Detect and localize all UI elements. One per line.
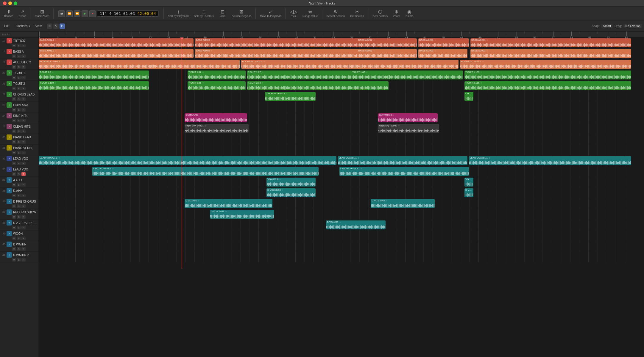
- solo-button[interactable]: S: [17, 54, 21, 58]
- clip[interactable]: ACOUSTIC 2#02.2○: [39, 60, 240, 69]
- solo-button[interactable]: S: [17, 97, 21, 101]
- track-row-33[interactable]: LEAD VOX#03.7○LEAD VOX#03.17○: [39, 166, 644, 177]
- play-button[interactable]: ▶: [82, 10, 88, 17]
- solo-button[interactable]: S: [17, 87, 21, 90]
- clip[interactable]: T.GUIT 1.167○: [464, 71, 631, 79]
- minimize-button[interactable]: [8, 1, 12, 5]
- clip[interactable]: T.GUIT 2.85○: [188, 81, 246, 90]
- solo-button[interactable]: S: [17, 183, 21, 187]
- solo-button[interactable]: S: [17, 237, 21, 240]
- record-arm-button[interactable]: R: [21, 140, 26, 144]
- track-row-40[interactable]: [39, 241, 644, 252]
- solo-button[interactable]: S: [17, 76, 21, 79]
- solo-button[interactable]: S: [17, 129, 21, 133]
- solo-button[interactable]: S: [17, 172, 21, 176]
- track-row-41[interactable]: [39, 252, 644, 262]
- clip[interactable]: D VOX#01○: [185, 199, 272, 208]
- clip[interactable]: D VOX 2#02○: [371, 199, 435, 208]
- colors-button[interactable]: ◉ Colors: [403, 9, 416, 18]
- clip[interactable]: LEAD VOX#01.1○: [338, 156, 467, 165]
- solo-button[interactable]: S: [17, 44, 21, 47]
- track-row-35[interactable]: D VOX#02.8○D VOX#02.7○: [39, 187, 644, 198]
- view-button[interactable]: View: [33, 23, 44, 30]
- mute-button[interactable]: M: [12, 226, 16, 229]
- clip[interactable]: VOX#01.8○: [266, 178, 316, 187]
- mute-button[interactable]: M: [12, 183, 16, 187]
- clip[interactable]: BASS AB#02○: [357, 38, 417, 47]
- track-row-32[interactable]: LEAD VOX#01.1○LEAD VOX#01.1○LEAD VOX#01.…: [39, 155, 644, 166]
- split-playhead-button[interactable]: ⌇ Split by Playhead: [166, 9, 191, 18]
- clip[interactable]: T.GUIT 1.87○: [188, 71, 246, 79]
- clip[interactable]: D VOX#02.7○: [464, 188, 473, 197]
- clip[interactable]: LEAD VOX#03.7○: [92, 167, 319, 176]
- clip[interactable]: CHORUS LEAD.3○: [265, 92, 316, 101]
- export-button[interactable]: ↗ Export: [16, 9, 29, 18]
- clip[interactable]: BASS AB#02○: [357, 49, 417, 58]
- track-row-36[interactable]: D VOX#01○D VOX 2#02○: [39, 198, 644, 209]
- mute-button[interactable]: M: [12, 76, 16, 79]
- clip[interactable]: BASS AB#02○: [195, 49, 362, 58]
- record-arm-button[interactable]: R: [21, 129, 26, 133]
- clip[interactable]: LEAD VOX#03.17○: [339, 167, 469, 176]
- record-arm-button[interactable]: R: [21, 162, 26, 165]
- clip[interactable]: Night Sky_10#02○: [378, 124, 439, 133]
- rewind-button[interactable]: ⏮: [58, 10, 65, 17]
- mute-button[interactable]: M: [12, 97, 16, 101]
- active-tool[interactable]: H: [60, 24, 65, 29]
- track-row-20[interactable]: T.GUIT 1.3○T.GUIT 1.87○T.GUIT 1.87○T.GUI…: [39, 70, 644, 80]
- mute-button[interactable]: M: [12, 258, 16, 262]
- solo-button[interactable]: S: [17, 247, 21, 251]
- record-arm-button[interactable]: R: [21, 76, 26, 79]
- record-arm-button[interactable]: R: [21, 194, 26, 197]
- record-arm-button[interactable]: R: [21, 183, 26, 187]
- cut-section-button[interactable]: ✂ Cut Section: [348, 9, 367, 18]
- mute-button[interactable]: M: [12, 204, 16, 208]
- snap-value[interactable]: Smart: [601, 24, 613, 28]
- clip[interactable]: BASS A#01.2○: [39, 38, 194, 47]
- clip[interactable]: T.GUIT 2.165○: [464, 81, 631, 90]
- mute-button[interactable]: M: [12, 54, 16, 58]
- mute-button[interactable]: M: [12, 237, 16, 240]
- timeline-panel[interactable]: 1357911131517192123252729313335373941434…: [39, 32, 644, 357]
- track-row-23[interactable]: [39, 102, 644, 112]
- mute-button[interactable]: M: [12, 151, 16, 154]
- solo-button[interactable]: S: [17, 108, 21, 112]
- track-row-30[interactable]: [39, 134, 644, 145]
- mute-button[interactable]: M: [12, 194, 16, 197]
- record-arm-button[interactable]: R: [21, 151, 26, 154]
- track-row-31[interactable]: [39, 145, 644, 155]
- join-button[interactable]: ⊡ Join: [217, 9, 229, 18]
- record-button[interactable]: ●: [89, 10, 96, 17]
- solo-button[interactable]: S: [17, 151, 21, 154]
- clip[interactable]: ACOUSTIC 2#02.2○: [241, 60, 459, 69]
- clip[interactable]: T.GUIT 2.85○: [247, 81, 389, 90]
- set-locators-button[interactable]: ⬡ Set Locators: [370, 9, 390, 18]
- record-arm-button[interactable]: R: [21, 65, 26, 69]
- clip[interactable]: LEAD VOX#01.1○: [469, 156, 631, 165]
- track-row-25[interactable]: Night Sky_10#01○Night Sky_10#02○: [39, 123, 644, 134]
- record-arm-button[interactable]: R: [21, 215, 26, 219]
- maximize-button[interactable]: [14, 1, 17, 5]
- record-arm-button[interactable]: R: [21, 172, 26, 176]
- clip[interactable]: BASS AC#01○: [418, 49, 467, 58]
- track-row-18[interactable]: BASS A#01.2○BASS AB#02○BASS AB#02○BASS A…: [39, 48, 644, 59]
- solo-button[interactable]: S: [17, 140, 21, 144]
- clip[interactable]: Night Sky_10#01○: [185, 124, 249, 133]
- solo-button[interactable]: S: [17, 226, 21, 229]
- record-arm-button[interactable]: R: [21, 119, 26, 122]
- track-row-24[interactable]: GUITAR#08○GUITAR#10○: [39, 112, 644, 123]
- clip[interactable]: BASS AD#01○: [470, 38, 631, 47]
- close-button[interactable]: [3, 1, 7, 5]
- record-arm-button[interactable]: R: [21, 54, 26, 58]
- record-arm-button[interactable]: R: [21, 237, 26, 240]
- clip[interactable]: T.GUIT 2.198○: [39, 81, 149, 90]
- pencil-tool[interactable]: ✏: [47, 24, 52, 29]
- edit-button[interactable]: Edit: [2, 23, 12, 30]
- mute-button[interactable]: M: [12, 247, 16, 251]
- mute-button[interactable]: M: [12, 65, 16, 69]
- clip[interactable]: BASS AB#02○: [195, 38, 386, 47]
- track-row-34[interactable]: VOX#01.8○VOX#01.7○: [39, 177, 644, 187]
- clip[interactable]: T.GUIT 1.87○: [351, 71, 463, 79]
- forward-button[interactable]: ⏩: [74, 10, 80, 17]
- clip[interactable]: LEAD VOX#01.1○: [39, 156, 336, 165]
